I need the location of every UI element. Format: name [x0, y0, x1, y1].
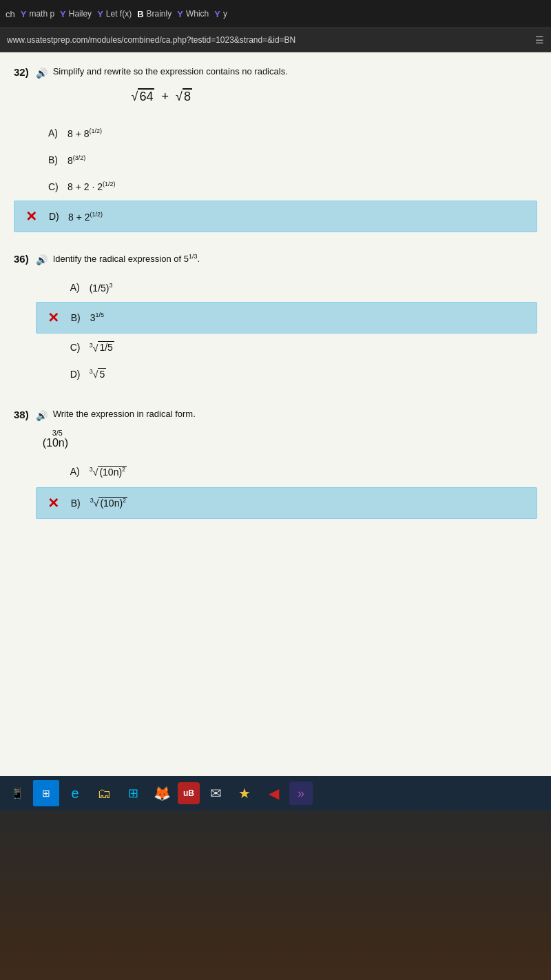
question-36-number: 36)	[14, 253, 29, 265]
address-bar: www.usatestprep.com/modules/combined/ca.…	[0, 28, 551, 52]
answer-math-32-d: 8 + 2(1/2)	[68, 211, 103, 223]
question-38-text: Write the expression in radical form.	[53, 409, 196, 419]
taskbar-ublock-icon[interactable]: uB	[178, 782, 200, 804]
address-text[interactable]: www.usatestprep.com/modules/combined/ca.…	[7, 35, 530, 45]
tab-math-label: math p	[29, 9, 54, 19]
question-36: 36) 🔊 Identify the radical expression of…	[14, 253, 537, 388]
tab-letfx[interactable]: Y Let f(x)	[97, 9, 132, 19]
tab-letfx-label: Let f(x)	[106, 9, 132, 19]
bookmark-icon[interactable]: ☰	[535, 34, 544, 45]
answer-letter-36-a: A)	[70, 282, 90, 293]
answer-letter-32-b: B)	[48, 154, 67, 165]
tab-y-y: Y	[214, 9, 220, 19]
answer-math-32-b: 8(3/2)	[67, 154, 85, 166]
speaker-icon-36[interactable]: 🔊	[36, 254, 48, 265]
taskbar-store-icon[interactable]: ⊞	[120, 780, 146, 806]
answer-letter-36-d: D)	[70, 369, 90, 380]
answer-32-c[interactable]: C) 8 + 2 · 2(1/2)	[14, 174, 537, 199]
question-36-text: Identify the radical expression of 51/3.	[53, 253, 200, 264]
answer-32-d[interactable]: ✕ D) 8 + 2(1/2)	[14, 201, 537, 232]
dark-background	[0, 810, 551, 980]
answer-letter-32-d: D)	[49, 211, 68, 222]
answer-math-36-a: (1/5)3	[90, 282, 113, 294]
question-32-expression: √64 + √8	[36, 88, 288, 104]
browser-tabs: ch Y math p Y Hailey Y Let f(x) B Brainl…	[0, 0, 551, 28]
answer-math-36-b: 31/5	[90, 312, 104, 323]
speaker-icon-38[interactable]: 🔊	[36, 410, 48, 421]
taskbar-edge-icon[interactable]: e	[62, 780, 88, 806]
wrong-mark-38-b: ✕	[48, 495, 63, 511]
tab-letfx-y: Y	[97, 9, 103, 19]
question-38-expression: 3/5 (10n)	[43, 429, 537, 449]
tab-brainly-b: B	[137, 9, 143, 19]
tab-which[interactable]: Y Which	[177, 9, 209, 19]
answer-math-36-d: 3√5	[90, 368, 107, 380]
answer-32-b[interactable]: B) 8(3/2)	[14, 147, 537, 173]
taskbar-phone-icon: 📱	[4, 780, 30, 806]
question-32: 32) 🔊 Simplify and rewrite so the expres…	[14, 66, 537, 232]
answer-letter-36-b: B)	[71, 312, 90, 323]
answer-32-a[interactable]: A) 8 + 8(1/2)	[14, 121, 537, 146]
speaker-icon-32[interactable]: 🔊	[36, 68, 48, 79]
question-38: 38) 🔊 Write the expression in radical fo…	[14, 409, 537, 520]
answer-38-b[interactable]: ✕ B) 3√(10n)2	[36, 487, 537, 519]
taskbar-star-icon[interactable]: ★	[231, 780, 258, 806]
tab-brainly[interactable]: B Brainly	[137, 9, 171, 19]
tab-which-label: Which	[186, 9, 209, 19]
answer-36-b[interactable]: ✕ B) 31/5	[36, 302, 537, 334]
answer-letter-36-c: C)	[70, 342, 90, 353]
content-area: 32) 🔊 Simplify and rewrite so the expres…	[0, 52, 551, 776]
tab-math[interactable]: Y math p	[21, 9, 54, 19]
taskbar-start-icon[interactable]: ⊞	[33, 780, 59, 806]
wrong-mark-32-d: ✕	[25, 208, 41, 225]
tab-hailey-label: Hailey	[69, 9, 92, 19]
tab-ch[interactable]: ch	[6, 9, 15, 19]
tab-hailey[interactable]: Y Hailey	[60, 9, 92, 19]
answer-math-38-a: 3√(10n)2	[90, 466, 127, 478]
question-32-number: 32)	[14, 66, 29, 78]
taskbar-chevron-icon[interactable]: »	[289, 782, 313, 805]
answer-36-a[interactable]: A) (1/5)3	[36, 275, 537, 300]
tab-y[interactable]: Y y	[214, 9, 227, 19]
answer-letter-32-a: A)	[48, 127, 67, 139]
taskbar: 📱 ⊞ e 🗂 ⊞ 🦊 uB ✉ ★ ◀ »	[0, 776, 551, 810]
tab-hailey-y: Y	[60, 9, 66, 19]
taskbar-redarrow-icon[interactable]: ◀	[260, 780, 287, 806]
answer-letter-38-b: B)	[71, 498, 90, 509]
taskbar-explorer-icon[interactable]: 🗂	[91, 780, 117, 806]
tab-y-label: y	[223, 9, 227, 19]
answer-38-a[interactable]: A) 3√(10n)2	[36, 459, 537, 484]
question-38-number: 38)	[14, 409, 29, 420]
tab-brainly-label: Brainly	[147, 9, 172, 19]
answer-math-38-b: 3√(10n)2	[90, 497, 127, 509]
answer-math-32-a: 8 + 8(1/2)	[67, 127, 102, 139]
answer-36-c[interactable]: C) 3√1/5	[36, 335, 537, 360]
taskbar-firefox-icon[interactable]: 🦊	[149, 780, 175, 806]
tab-ch-label: ch	[6, 9, 15, 19]
answer-letter-32-c: C)	[48, 181, 67, 192]
answer-math-32-c: 8 + 2 · 2(1/2)	[67, 181, 116, 192]
answer-36-d[interactable]: D) 3√5	[36, 361, 537, 387]
tab-math-y: Y	[21, 9, 27, 19]
tab-which-y: Y	[177, 9, 183, 19]
wrong-mark-36-b: ✕	[48, 309, 63, 326]
answer-letter-38-a: A)	[70, 466, 90, 477]
taskbar-mail-icon[interactable]: ✉	[202, 780, 229, 806]
answer-math-36-c: 3√1/5	[90, 342, 114, 354]
question-32-text: Simplify and rewrite so the expression c…	[53, 66, 288, 76]
